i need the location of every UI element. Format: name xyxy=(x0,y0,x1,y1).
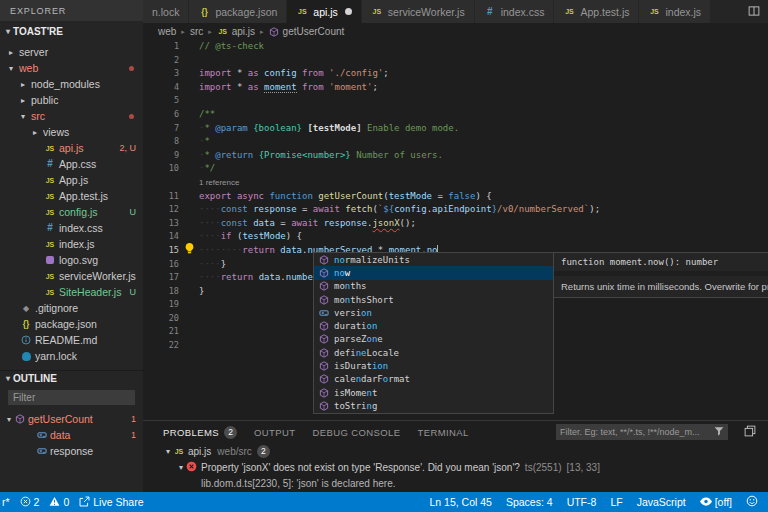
status-indentation[interactable]: Spaces: 4 xyxy=(506,496,553,508)
line-number[interactable]: 21 xyxy=(143,325,179,339)
tab-App.test.js[interactable]: JSApp.test.js xyxy=(554,0,639,23)
suggestion-duration[interactable]: duration xyxy=(314,319,553,332)
chevron-down-icon[interactable]: ▾ xyxy=(163,447,173,456)
suggestion-monthsShort[interactable]: monthsShort xyxy=(314,293,553,306)
line-number[interactable]: 13 xyxy=(143,217,179,231)
split-editor-icon[interactable] xyxy=(748,3,760,21)
problems-filter[interactable] xyxy=(556,424,728,440)
line-number[interactable]: 20 xyxy=(143,312,179,326)
line-number[interactable]: 11 xyxy=(143,190,179,204)
tab-index.css[interactable]: #index.css xyxy=(475,0,555,23)
chevron-down-icon[interactable]: ▾ xyxy=(3,374,13,383)
line-number[interactable]: 6 xyxy=(143,108,179,122)
line-number[interactable]: 17 xyxy=(143,271,179,285)
code-line-2[interactable]: 2 xyxy=(143,54,768,68)
problem-related-row[interactable]: lib.dom.d.ts[2230, 5]: 'json' is declare… xyxy=(143,475,768,491)
breadcrumb-item-src[interactable]: src xyxy=(190,26,203,37)
line-number[interactable]: 22 xyxy=(143,339,179,353)
line-number[interactable]: 1 xyxy=(143,40,179,54)
line-number[interactable]: 15 xyxy=(143,244,179,258)
panel-tab-problems[interactable]: PROBLEMS2 xyxy=(163,426,237,439)
status-feedback[interactable] xyxy=(746,495,758,509)
suggestion-normalizeUnits[interactable]: normalizeUnits xyxy=(314,253,553,266)
tree-item-web[interactable]: ▾web xyxy=(0,60,143,76)
chevron-down-icon[interactable]: ▾ xyxy=(4,415,14,424)
chevron-right-icon[interactable]: ▸ xyxy=(18,80,28,89)
code-line-5[interactable]: 5 xyxy=(143,94,768,108)
tree-item-server[interactable]: ▸server xyxy=(0,44,143,60)
tree-item-yarn.lock[interactable]: yarn.lock xyxy=(0,348,143,364)
line-number[interactable]: 14 xyxy=(143,230,179,244)
status-eol[interactable]: LF xyxy=(610,496,622,508)
line-number[interactable]: 4 xyxy=(143,81,179,95)
code-line-14[interactable]: 14····if (testMode) { xyxy=(143,230,768,244)
problem-error-row[interactable]: ▾Property 'jsonX' does not exist on type… xyxy=(143,459,768,475)
tab-package.json[interactable]: {}package.json xyxy=(189,0,287,23)
chevron-right-icon[interactable]: ▸ xyxy=(30,128,40,137)
chevron-down-icon[interactable]: ▾ xyxy=(18,112,28,121)
tree-item-SiteHeader.js[interactable]: JSSiteHeader.jsU xyxy=(0,284,143,300)
chevron-right-icon[interactable]: ▸ xyxy=(18,96,28,105)
code-line-7[interactable]: 7·* @param {boolean} [testMode] Enable d… xyxy=(143,122,768,136)
breadcrumb-item-api.js[interactable]: JSapi.js xyxy=(217,26,255,37)
tree-item-App.test.js[interactable]: JSApp.test.js xyxy=(0,188,143,204)
chevron-down-icon[interactable]: ▾ xyxy=(176,463,186,472)
line-number[interactable]: 19 xyxy=(143,298,179,312)
codelens-references[interactable]: 1 reference xyxy=(143,176,768,190)
line-number[interactable]: 16 xyxy=(143,258,179,272)
panel-tab-debug-console[interactable]: DEBUG CONSOLE xyxy=(312,427,400,438)
panel-tab-output[interactable]: OUTPUT xyxy=(254,427,295,438)
status-problems-errors[interactable]: 2 xyxy=(20,496,40,509)
tab-serviceWorker.js[interactable]: JSserviceWorker.js xyxy=(362,0,475,23)
suggestion-version[interactable]: version xyxy=(314,306,553,319)
code-line-11[interactable]: 11export async function getUserCount(tes… xyxy=(143,190,768,204)
status-language-mode[interactable]: JavaScript xyxy=(637,496,686,508)
problem-file-row[interactable]: ▾JSapi.jsweb/src2 xyxy=(143,443,768,459)
workspace-root-row[interactable]: ▾ TOAST'RE xyxy=(0,23,143,40)
outline-item-getUserCount[interactable]: ▾getUserCount1 xyxy=(0,411,143,427)
tree-item-views[interactable]: ▸views xyxy=(0,124,143,140)
tree-item-config.js[interactable]: JSconfig.jsU xyxy=(0,204,143,220)
status-live-share[interactable]: Live Share xyxy=(79,496,143,509)
suggestion-toString[interactable]: toString xyxy=(314,399,553,412)
line-number[interactable]: 9 xyxy=(143,149,179,163)
chevron-down-icon[interactable]: ▾ xyxy=(6,64,16,73)
tab-index.js[interactable]: JSindex.js xyxy=(639,0,711,23)
tree-item-package.json[interactable]: {}package.json xyxy=(0,316,143,332)
chevron-down-icon[interactable]: ▾ xyxy=(3,27,13,36)
lightbulb-icon[interactable] xyxy=(185,243,194,259)
suggestion-months[interactable]: months xyxy=(314,280,553,293)
tree-item-App.css[interactable]: #App.css xyxy=(0,156,143,172)
suggestion-parseZone[interactable]: parseZone xyxy=(314,333,553,346)
outline-filter-input[interactable] xyxy=(8,390,135,405)
tree-item-index.js[interactable]: JSindex.js xyxy=(0,236,143,252)
line-number[interactable]: 7 xyxy=(143,122,179,136)
code-line-3[interactable]: 3import * as config from './config'; xyxy=(143,67,768,81)
breadcrumb-item-getUserCount[interactable]: getUserCount xyxy=(269,26,345,37)
code-line-6[interactable]: 6/** xyxy=(143,108,768,122)
panel-tab-terminal[interactable]: TERMINAL xyxy=(418,427,469,438)
tree-item-App.js[interactable]: JSApp.js xyxy=(0,172,143,188)
tree-item-logo.svg[interactable]: logo.svg xyxy=(0,252,143,268)
restore-panel-icon[interactable] xyxy=(744,428,756,439)
outline-header[interactable]: ▾ OUTLINE xyxy=(0,370,143,386)
code-line-9[interactable]: 9·* @return {Promise<number>} Number of … xyxy=(143,149,768,163)
tree-item-serviceWorker.js[interactable]: JSserviceWorker.js xyxy=(0,268,143,284)
code-line-12[interactable]: 12····const response = await fetch(`${co… xyxy=(143,203,768,217)
outline-item-data[interactable]: data1 xyxy=(0,427,143,443)
line-number[interactable]: 12 xyxy=(143,203,179,217)
tree-item-README.md[interactable]: README.md xyxy=(0,332,143,348)
suggestion-now[interactable]: now xyxy=(314,266,553,279)
tree-item-src[interactable]: ▾src xyxy=(0,108,143,124)
tree-item-node_modules[interactable]: ▸node_modules xyxy=(0,76,143,92)
line-number[interactable]: 3 xyxy=(143,67,179,81)
outline-item-response[interactable]: response xyxy=(0,443,143,459)
status-branch-indicator[interactable]: r* xyxy=(2,496,10,508)
line-number[interactable]: 2 xyxy=(143,54,179,68)
tab-n.lock[interactable]: n.lock xyxy=(143,0,189,23)
status-cursor-position[interactable]: Ln 15, Col 45 xyxy=(429,496,491,508)
code-line-1[interactable]: 1// @ts-check xyxy=(143,40,768,54)
line-number[interactable]: 5 xyxy=(143,94,179,108)
tree-item-index.css[interactable]: #index.css xyxy=(0,220,143,236)
suggestion-isMoment[interactable]: isMoment xyxy=(314,386,553,399)
